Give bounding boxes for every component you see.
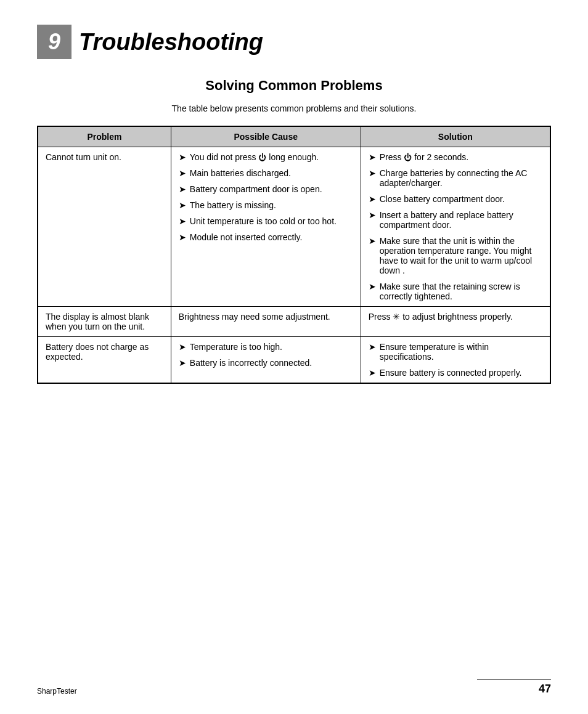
list-item: ➤ Battery compartment door is open. (179, 184, 353, 194)
arrow-icon: ➤ (369, 210, 376, 220)
list-item: ➤ Press ⏻ for 2 seconds. (369, 152, 542, 162)
list-item: ➤ Main batteries discharged. (179, 168, 353, 178)
table-row: Battery does not charge as expected. ➤ T… (38, 337, 550, 384)
arrow-icon: ➤ (179, 358, 186, 368)
col-header-cause: Possible Cause (171, 126, 361, 147)
section-heading: Solving Common Problems (37, 78, 551, 94)
footer-brand: SharpTester (37, 687, 77, 696)
solution-cell: Press ✳︎ to adjust brightness properly. (361, 307, 550, 337)
arrow-icon: ➤ (369, 342, 376, 352)
problem-cell: The display is almost blank when you tur… (38, 307, 171, 337)
arrow-icon: ➤ (369, 168, 376, 178)
chapter-title: Troubleshooting (79, 29, 263, 55)
footer-right: 47 (477, 680, 551, 696)
list-item: ➤ You did not press ⏻ long enough. (179, 152, 353, 162)
cause-cell: ➤ Temperature is too high. ➤ Battery is … (171, 337, 361, 384)
footer-page-number: 47 (539, 683, 551, 696)
list-item: ➤ Charge batteries by connecting the AC … (369, 168, 542, 188)
arrow-icon: ➤ (369, 282, 376, 291)
table-row: The display is almost blank when you tur… (38, 307, 550, 337)
problem-cell: Cannot turn unit on. (38, 147, 171, 307)
col-header-solution: Solution (361, 126, 550, 147)
arrow-icon: ➤ (179, 342, 186, 352)
chapter-header: 9 Troubleshooting (37, 25, 551, 59)
power-icon: ⏻ (404, 153, 412, 162)
list-item: ➤ Temperature is too high. (179, 342, 353, 352)
chapter-number: 9 (37, 25, 71, 59)
arrow-icon: ➤ (369, 236, 376, 246)
cause-cell: ➤ You did not press ⏻ long enough. ➤ Mai… (171, 147, 361, 307)
list-item: ➤ Make sure that the retaining screw is … (369, 282, 542, 301)
list-item: ➤ Make sure that the unit is within the … (369, 236, 542, 275)
problem-cell: Battery does not charge as expected. (38, 337, 171, 384)
arrow-icon: ➤ (179, 216, 186, 226)
page-footer: SharpTester 47 (37, 680, 551, 696)
arrow-icon: ➤ (369, 152, 376, 162)
list-item: ➤ Battery is incorrectly connected. (179, 358, 353, 368)
solution-cell: ➤ Ensure temperature is within specifica… (361, 337, 550, 384)
problems-table: Problem Possible Cause Solution Cannot t… (37, 126, 551, 384)
list-item: ➤ Close battery compartment door. (369, 194, 542, 204)
power-icon: ⏻ (258, 153, 266, 162)
arrow-icon: ➤ (369, 368, 376, 378)
col-header-problem: Problem (38, 126, 171, 147)
list-item: ➤ Ensure temperature is within specifica… (369, 342, 542, 362)
list-item: ➤ The battery is missing. (179, 200, 353, 210)
list-item: ➤ Module not inserted correctly. (179, 232, 353, 242)
table-row: Cannot turn unit on. ➤ You did not press… (38, 147, 550, 307)
intro-text: The table below presents common problems… (37, 103, 551, 113)
arrow-icon: ➤ (179, 168, 186, 178)
arrow-icon: ➤ (369, 194, 376, 204)
solution-cell: ➤ Press ⏻ for 2 seconds. ➤ Charge batter… (361, 147, 550, 307)
arrow-icon: ➤ (179, 200, 186, 210)
list-item: ➤ Ensure battery is connected properly. (369, 368, 542, 378)
arrow-icon: ➤ (179, 184, 186, 194)
arrow-icon: ➤ (179, 232, 186, 242)
footer-line (477, 680, 551, 681)
list-item: ➤ Unit temperature is too cold or too ho… (179, 216, 353, 226)
cause-cell: Brightness may need some adjustment. (171, 307, 361, 337)
list-item: ➤ Insert a battery and replace battery c… (369, 210, 542, 230)
arrow-icon: ➤ (179, 152, 186, 162)
